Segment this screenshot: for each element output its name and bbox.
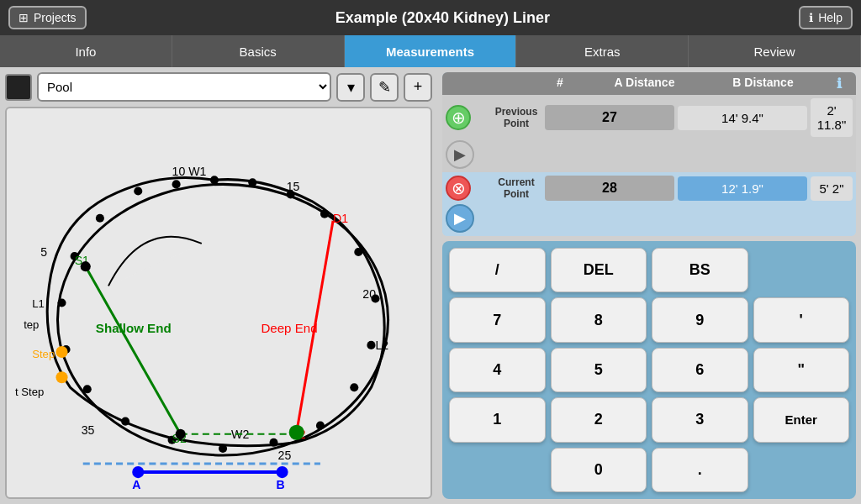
svg-point-10	[316, 422, 325, 430]
svg-point-11	[269, 438, 277, 447]
key-3[interactable]: 3	[652, 397, 748, 442]
svg-point-15	[83, 385, 92, 393]
info-icon: ℹ	[809, 11, 813, 24]
projects-label: Projects	[34, 11, 77, 24]
svg-point-17	[57, 298, 66, 307]
svg-point-9	[350, 383, 358, 391]
key-0[interactable]: 0	[551, 448, 647, 492]
curr-b-distance: 5' 2"	[811, 176, 853, 201]
key-6[interactable]: 6	[652, 348, 748, 392]
prev-arrow-button[interactable]: ▶	[446, 140, 474, 169]
measurement-table: # A Distance B Distance ℹ ⊕ PreviousPoin…	[442, 72, 856, 236]
svg-point-49	[55, 346, 67, 358]
pool-dropdown[interactable]: Pool	[37, 72, 331, 102]
tab-basics[interactable]: Basics	[172, 35, 345, 67]
svg-point-45	[132, 466, 144, 478]
svg-text:tep: tep	[24, 318, 39, 331]
key-bs[interactable]: BS	[652, 248, 748, 292]
svg-text:B: B	[277, 478, 285, 491]
svg-text:15: 15	[287, 180, 300, 193]
help-button[interactable]: ℹ Help	[799, 6, 853, 29]
svg-point-47	[277, 466, 288, 478]
svg-text:5: 5	[40, 245, 47, 259]
keypad: / DEL BS 7 8 9 ' 4 5 6 " 1 2 3 Enter 0 .	[442, 241, 856, 499]
right-panel: # A Distance B Distance ℹ ⊕ PreviousPoin…	[437, 67, 861, 504]
pool-svg: 10 W1 15 20 L2 25 S2 W2 35 L1 tep Step t…	[7, 108, 430, 497]
tab-measurements[interactable]: Measurements	[345, 35, 517, 67]
remove-point-button[interactable]: ⊗	[446, 176, 471, 201]
info-icon[interactable]: ℹ	[822, 76, 856, 92]
svg-point-20	[134, 186, 142, 195]
table-header: # A Distance B Distance ℹ	[442, 72, 856, 95]
tab-info[interactable]: Info	[0, 35, 172, 67]
svg-point-52	[176, 429, 186, 439]
svg-text:25: 25	[278, 449, 292, 462]
key-inches[interactable]: "	[753, 348, 850, 392]
color-swatch[interactable]	[5, 74, 32, 101]
svg-point-14	[121, 417, 129, 426]
svg-text:20: 20	[362, 287, 376, 301]
svg-point-1	[172, 180, 181, 188]
key-5[interactable]: 5	[551, 348, 647, 392]
add-pool-button[interactable]: +	[404, 73, 432, 102]
col-hash: #	[535, 76, 585, 92]
left-panel: Pool ▾ ✎ +	[0, 67, 437, 504]
header-empty	[442, 76, 535, 92]
prev-point-num: 27	[545, 105, 674, 130]
key-4[interactable]: 4	[449, 348, 546, 392]
projects-button[interactable]: ⊞ Projects	[8, 6, 87, 29]
svg-text:Step: Step	[32, 348, 55, 360]
curr-arrow-button[interactable]: ▶	[446, 204, 474, 233]
pool-diagram: 10 W1 15 20 L2 25 S2 W2 35 L1 tep Step t…	[5, 107, 432, 499]
svg-text:10 W1: 10 W1	[172, 165, 207, 178]
key-empty-bottom2	[753, 448, 850, 492]
svg-text:L2: L2	[375, 339, 388, 352]
svg-point-41	[290, 426, 304, 439]
tab-review[interactable]: Review	[689, 35, 861, 67]
key-del[interactable]: DEL	[551, 248, 647, 292]
chevron-down-icon[interactable]: ▾	[336, 73, 365, 102]
svg-point-19	[96, 214, 104, 223]
svg-text:D1: D1	[333, 212, 348, 225]
previous-point-row: ⊕ PreviousPoint 27 14' 9.4" 2' 11.8" ▶	[442, 95, 856, 172]
svg-point-12	[219, 444, 227, 453]
key-7[interactable]: 7	[449, 297, 546, 342]
svg-text:A: A	[132, 478, 140, 491]
key-empty-bottom	[449, 448, 546, 492]
prev-point-label: PreviousPoint	[491, 106, 541, 129]
header: ⊞ Projects Example (20x40 Kidney) Liner …	[0, 0, 861, 35]
key-feet[interactable]: '	[753, 297, 850, 342]
curr-point-label: CurrentPoint	[491, 176, 541, 200]
edit-button[interactable]: ✎	[370, 73, 399, 102]
help-label: Help	[818, 11, 843, 24]
svg-text:35: 35	[82, 423, 95, 437]
key-9[interactable]: 9	[652, 297, 748, 342]
svg-point-50	[55, 371, 67, 383]
key-2[interactable]: 2	[551, 397, 647, 442]
key-empty-top	[753, 248, 850, 292]
key-8[interactable]: 8	[551, 297, 647, 342]
page-title: Example (20x40 Kidney) Liner	[335, 9, 550, 27]
col-b-header: B Distance	[704, 76, 822, 92]
svg-point-3	[248, 178, 256, 186]
key-dot[interactable]: .	[652, 448, 748, 492]
prev-a-distance: 14' 9.4"	[678, 106, 807, 130]
svg-point-5	[320, 210, 329, 218]
current-point-row: ⊗ CurrentPoint 28 12' 1.9" 5' 2" ▶	[442, 172, 856, 236]
svg-point-6	[354, 248, 362, 256]
curr-point-num: 28	[545, 176, 674, 201]
key-1[interactable]: 1	[449, 397, 546, 442]
svg-text:t Step: t Step	[15, 386, 44, 398]
key-slash[interactable]: /	[449, 248, 546, 292]
nav-tabs: Info Basics Measurements Extras Review	[0, 35, 861, 67]
key-enter[interactable]: Enter	[753, 397, 850, 442]
grid-icon: ⊞	[18, 11, 29, 24]
prev-b-distance: 2' 11.8"	[811, 98, 853, 137]
svg-text:Deep End: Deep End	[261, 321, 317, 335]
main-content: Pool ▾ ✎ +	[0, 67, 861, 504]
tab-extras[interactable]: Extras	[516, 35, 689, 67]
pool-selector: Pool ▾ ✎ +	[5, 72, 432, 102]
svg-point-2	[210, 176, 219, 184]
svg-point-8	[367, 341, 375, 349]
add-point-button[interactable]: ⊕	[446, 105, 471, 130]
